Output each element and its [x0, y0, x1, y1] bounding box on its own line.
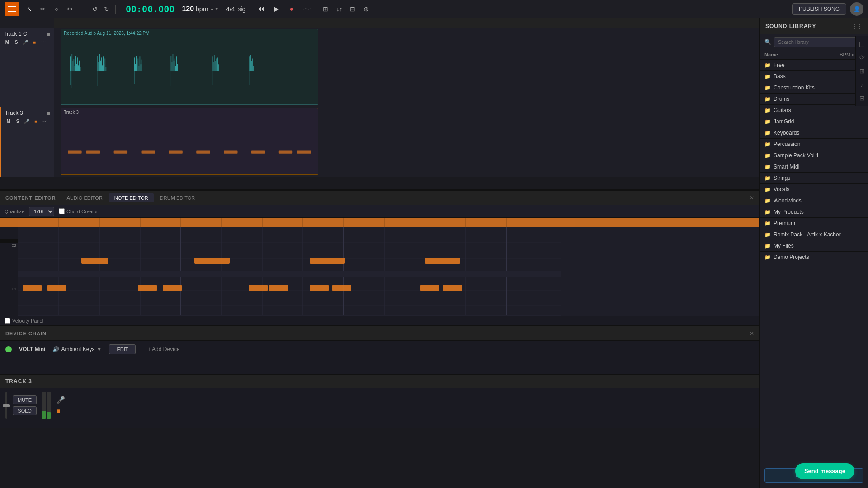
editor-close-button[interactable]: ✕	[750, 195, 754, 201]
undo-button[interactable]: ↺	[89, 3, 101, 15]
note-block-u2[interactable]	[194, 258, 230, 264]
folder-icon-free: 📁	[764, 62, 771, 68]
track-1c-fx[interactable]: 〰	[40, 39, 47, 45]
note-block-l4[interactable]	[163, 285, 182, 291]
library-item-remix-pack[interactable]: 📁 Remix Pack - Artik x Kacher	[760, 229, 868, 240]
velocity-panel-checkbox[interactable]	[5, 318, 10, 324]
note-block-l1[interactable]	[23, 285, 42, 291]
track3-mic-icon[interactable]: 🎤	[56, 396, 65, 404]
library-item-demo-projects[interactable]: 📁 Demo Projects	[760, 252, 868, 263]
library-item-guitars[interactable]: 📁 Guitars	[760, 105, 868, 116]
vert-icon-4[interactable]: ♪	[857, 80, 867, 89]
library-item-jamgrid[interactable]: 📁 JamGrid	[760, 116, 868, 127]
play-button[interactable]: ▶	[270, 3, 283, 15]
bpm-control[interactable]: 120 bpm ▲▼	[182, 5, 219, 13]
quantize-button[interactable]: ↓↑	[333, 3, 345, 15]
device-power-button[interactable]	[5, 346, 12, 352]
library-item-my-products[interactable]: 📁 My Products	[760, 206, 868, 218]
library-item-free[interactable]: 📁 Free	[760, 60, 868, 71]
library-search-input[interactable]	[774, 37, 863, 47]
device-edit-button[interactable]: EDIT	[109, 344, 136, 354]
library-item-keyboards[interactable]: 📁 Keyboards	[760, 127, 868, 139]
vert-icon-5[interactable]: ⊟	[857, 93, 867, 103]
track-3-fx[interactable]: 〰	[41, 118, 48, 124]
note-block-l6[interactable]	[269, 285, 288, 291]
tab-note-editor[interactable]: NOTE EDITOR	[109, 193, 154, 202]
track-3-content[interactable]: Track 3	[54, 107, 760, 177]
note-block-l9[interactable]	[420, 285, 439, 291]
library-item-bass[interactable]: 📁 Bass	[760, 71, 868, 82]
vert-icon-2[interactable]: ⟳	[857, 52, 867, 62]
track-1c-knob[interactable]	[47, 33, 50, 36]
track-3-mic[interactable]: 🎤	[23, 118, 30, 124]
library-item-woodwinds[interactable]: 📁 Woodwinds	[760, 195, 868, 206]
folder-icon-smart-midi: 📁	[764, 164, 771, 170]
fx-button[interactable]: ⊕	[360, 3, 372, 15]
add-device-button[interactable]: + Add Device	[143, 344, 184, 354]
library-item-percussion[interactable]: 📁 Percussion	[760, 139, 868, 150]
audio-clip-1c[interactable]: Recorded Audio Aug 11, 2023, 1:44:22 PM	[61, 29, 318, 105]
note-block-l7[interactable]	[310, 285, 329, 291]
align-button[interactable]: ⊟	[347, 3, 359, 15]
quantize-select[interactable]: 1/16 1/8 1/4	[29, 207, 54, 216]
library-item-premium[interactable]: 📁 Premium	[760, 218, 868, 229]
track-3-solo[interactable]: S	[14, 118, 21, 124]
library-item-smart-midi[interactable]: 📁 Smart Midi	[760, 161, 868, 173]
library-item-strings[interactable]: 📁 Strings	[760, 173, 868, 184]
library-item-name-strings: Strings	[774, 175, 790, 181]
vert-icon-1[interactable]: ◫	[857, 39, 867, 49]
publish-button[interactable]: PUBLISH SONG	[792, 3, 846, 15]
redo-button[interactable]: ↻	[101, 3, 113, 15]
track-3-eq[interactable]: ■	[32, 118, 39, 124]
track3-fader-handle[interactable]	[3, 404, 10, 407]
snap-button[interactable]: ⊞	[320, 3, 331, 15]
rewind-button[interactable]: ⏮	[255, 3, 267, 15]
track-1c-content[interactable]: Recorded Audio Aug 11, 2023, 1:44:22 PM	[54, 28, 760, 107]
scissors-tool[interactable]: ✂	[64, 3, 76, 15]
note-block-l3[interactable]	[138, 285, 157, 291]
track-3-knob[interactable]	[47, 112, 50, 115]
tab-audio-editor[interactable]: AUDIO EDITOR	[61, 193, 108, 202]
loop-button[interactable]: ⁓	[301, 3, 313, 15]
track3-eq-icon[interactable]: ■	[56, 407, 65, 415]
track-1c-eq[interactable]: ■	[31, 39, 38, 45]
chord-creator-checkbox[interactable]	[59, 208, 65, 214]
library-item-vocals[interactable]: 📁 Vocals	[760, 184, 868, 195]
midi-clip-3[interactable]: Track 3	[61, 108, 318, 175]
piano-key-b2-flat[interactable]	[0, 239, 18, 243]
note-grid[interactable]	[18, 218, 760, 316]
clock-tool[interactable]: ○	[51, 3, 62, 15]
track-1c-mute[interactable]: M	[4, 39, 11, 45]
sound-library-options-button[interactable]: ⋮⋮	[852, 23, 863, 29]
note-block-u4[interactable]	[425, 258, 460, 264]
library-item-drums[interactable]: 📁 Drums	[760, 94, 868, 105]
library-item-my-files[interactable]: 📁 My Files	[760, 240, 868, 252]
note-block-l2[interactable]	[47, 285, 66, 291]
note-block-l8[interactable]	[332, 285, 351, 291]
bpm-arrows[interactable]: ▲▼	[210, 6, 219, 11]
svg-rect-106	[18, 271, 561, 277]
device-preset-arrow[interactable]: ▼	[96, 346, 102, 352]
library-item-sample-pack-vol1[interactable]: 📁 Sample Pack Vol 1	[760, 150, 868, 161]
note-block-u3[interactable]	[310, 258, 345, 264]
note-block-u1[interactable]	[81, 258, 108, 264]
library-item-construction-kits[interactable]: 📁 Construction Kits	[760, 82, 868, 94]
track3-solo-button[interactable]: SOLO	[13, 406, 37, 415]
library-item-name-vocals: Vocals	[774, 186, 789, 192]
pencil-tool[interactable]: ✏	[37, 3, 49, 15]
record-button[interactable]: ●	[285, 3, 298, 15]
device-chain-close-button[interactable]: ✕	[750, 330, 754, 337]
piano-key-c1[interactable]: C1	[0, 285, 18, 293]
menu-button[interactable]	[5, 2, 19, 16]
send-message-button[interactable]: Send message	[795, 463, 854, 479]
note-block-l5[interactable]	[249, 285, 268, 291]
user-avatar[interactable]: 👤	[850, 2, 863, 16]
note-block-l10[interactable]	[443, 285, 462, 291]
tab-drum-editor[interactable]: DRUM EDITOR	[155, 193, 200, 202]
track-1c-solo[interactable]: S	[13, 39, 20, 45]
track-1c-mic[interactable]: 🎤	[22, 39, 29, 45]
track3-mute-button[interactable]: MUTE	[13, 395, 37, 404]
vert-icon-3[interactable]: ⊞	[857, 66, 867, 76]
track-3-mute[interactable]: M	[5, 118, 12, 124]
pointer-tool[interactable]: ↖	[24, 3, 35, 15]
